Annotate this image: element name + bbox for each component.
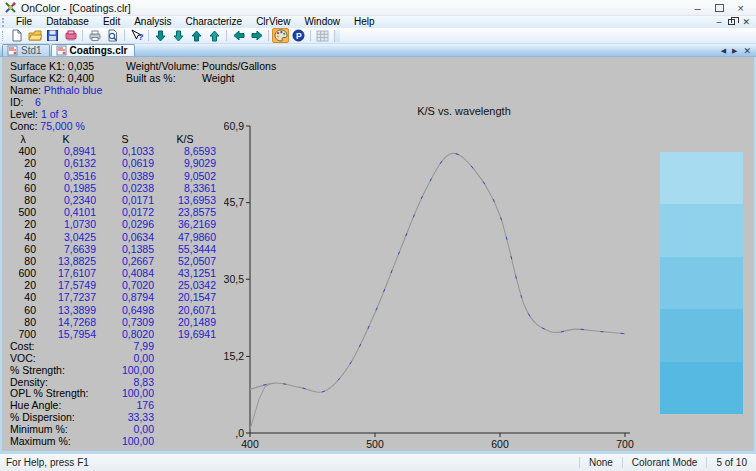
ks-table-row: 4017,72370,879420,1547 (10, 291, 226, 303)
colorant-shade-swatch (660, 152, 743, 414)
svg-text:?: ? (138, 32, 144, 42)
move-down-button[interactable] (152, 28, 169, 43)
arrow-right-icon (251, 30, 263, 41)
weight-volume-label: Weight/Volume: (126, 60, 199, 72)
window-title: OnColor - [Coatings.clr] (21, 2, 131, 14)
ks-table-row: 4000,89410,10338,6593 (10, 145, 226, 157)
document-tab[interactable]: Std1 (2, 44, 50, 56)
instrument-icon (64, 29, 78, 42)
colorant-info-panel: Surface K1: 0,035 Weight/Volume: Pounds/… (4, 57, 226, 447)
print-button[interactable] (86, 28, 103, 43)
status-segment: 5 of 10 (706, 457, 756, 468)
tab-close-button[interactable]: ✕ (743, 46, 751, 56)
grid-view-button[interactable] (314, 28, 331, 43)
toolbar-separator (148, 30, 149, 41)
menu-item[interactable]: ClrView (249, 16, 297, 28)
mdi-window-controls: – ✕ (716, 18, 756, 26)
ks-table-row: 8014,72680,730920,1489 (10, 316, 226, 328)
svg-text:30,5: 30,5 (224, 273, 244, 285)
toolbar: ? P (0, 28, 756, 44)
colorant-name-value: Phthalo blue (44, 84, 102, 96)
titlebar: OnColor - [Coatings.clr] – × (0, 0, 756, 16)
svg-text:700: 700 (616, 438, 634, 450)
ks-table-row: 600,19850,02388,3361 (10, 182, 226, 194)
toolbar-overflow-button[interactable] (334, 30, 340, 42)
swatch-band (660, 362, 743, 414)
menu-item[interactable]: File (9, 16, 39, 28)
tab-scroll-controls: ◀ ▶ ✕ (721, 46, 756, 56)
arrow-up-icon (191, 30, 202, 42)
menu-item[interactable]: Window (297, 16, 347, 28)
built-as-label: Built as %: (126, 72, 176, 84)
palette-icon (274, 29, 288, 42)
status-help-text: For Help, press F1 (0, 457, 89, 468)
context-help-button[interactable]: ? (128, 28, 145, 43)
print-icon (88, 29, 102, 42)
swatch-band (660, 152, 743, 204)
ks-table-row: 60017,61070,408443,1251 (10, 267, 226, 279)
previous-button[interactable] (230, 28, 247, 43)
open-file-button[interactable] (26, 28, 43, 43)
ks-table-row: 2017,57490,702025,0342 (10, 279, 226, 291)
menu-item[interactable]: Analysis (127, 16, 178, 28)
maximize-button[interactable] (715, 3, 724, 13)
svg-text:45,7: 45,7 (224, 196, 244, 208)
p-view-button[interactable]: P (290, 28, 307, 43)
document-tabbar: Std1 Coatings.clr ◀ ▶ ✕ (0, 44, 756, 57)
stat-label: Density: (10, 376, 48, 388)
open-folder-icon (28, 29, 42, 42)
stat-label: % Dispersion: (10, 411, 75, 423)
tab-scroll-right-button[interactable]: ▶ (732, 47, 737, 55)
p-badge-icon: P (292, 29, 305, 42)
menu-item[interactable]: Help (347, 16, 382, 28)
level-row: Level: 1 of 3 (10, 108, 226, 120)
menubar: FileDatabaseEditAnalysisCharacterizeClrV… (0, 16, 756, 28)
stat-value: 100,00 (122, 365, 154, 377)
svg-text:400: 400 (241, 438, 259, 450)
grid-icon (316, 30, 329, 42)
menu-item[interactable]: Characterize (178, 16, 249, 28)
mdi-close-button[interactable]: ✕ (742, 18, 750, 26)
tab-scroll-left-button[interactable]: ◀ (721, 47, 726, 55)
ks-table: λKSK/S 4000,89410,10338,6593 200,61320,0… (10, 133, 226, 340)
stat-value: 33,33 (128, 412, 154, 424)
print-preview-button[interactable] (104, 28, 121, 43)
new-document-button[interactable] (8, 28, 25, 43)
menu-item[interactable]: Edit (96, 16, 127, 28)
ks-table-row: 800,23400,017113,6953 (10, 194, 226, 206)
status-segment: None (579, 457, 622, 468)
stat-row: Cost: 7,99 (10, 341, 220, 353)
stat-value: 100,00 (122, 436, 154, 448)
colorant-view-button[interactable] (272, 28, 289, 43)
save-button[interactable] (44, 28, 61, 43)
mdi-minimize-button[interactable]: – (716, 18, 721, 26)
app-window: OnColor - [Coatings.clr] – × FileDatabas… (0, 0, 756, 471)
conc-row: Conc: 75,000 % (10, 120, 226, 132)
move-up-alt-button[interactable] (206, 28, 223, 43)
document-tab-icon (7, 45, 18, 56)
next-button[interactable] (248, 28, 265, 43)
move-up-button[interactable] (188, 28, 205, 43)
statusbar: For Help, press F1 NoneColorant Mode5 of… (0, 453, 756, 471)
svg-text:P: P (296, 31, 302, 41)
stat-label: OPL % Strength: (10, 387, 88, 399)
document-tab[interactable]: Coatings.clr (51, 44, 136, 56)
stat-value: 0,00 (134, 353, 154, 365)
toolbar-separator (226, 30, 227, 41)
mdi-restore-button[interactable] (728, 19, 735, 25)
stat-label: Cost: (10, 340, 35, 352)
stat-row: Maximum %: 100,00 (10, 436, 220, 448)
colorant-stats: Cost: 7,99 VOC: 0,00 % Strength: 100,00 (10, 341, 220, 447)
menu-item[interactable]: Database (39, 16, 96, 28)
ks-table-row: 201,07300,029636,2169 (10, 218, 226, 230)
instrument-button[interactable] (62, 28, 79, 43)
swatch-band (660, 309, 743, 361)
arrow-down-icon (173, 30, 184, 42)
close-button[interactable]: × (738, 3, 744, 13)
svg-text:600: 600 (491, 438, 509, 450)
stat-label: % Strength: (10, 364, 65, 376)
swatch-band (660, 257, 743, 309)
minimize-button[interactable]: – (694, 3, 700, 13)
move-down-alt-button[interactable] (170, 28, 187, 43)
context-help-icon: ? (130, 29, 144, 42)
